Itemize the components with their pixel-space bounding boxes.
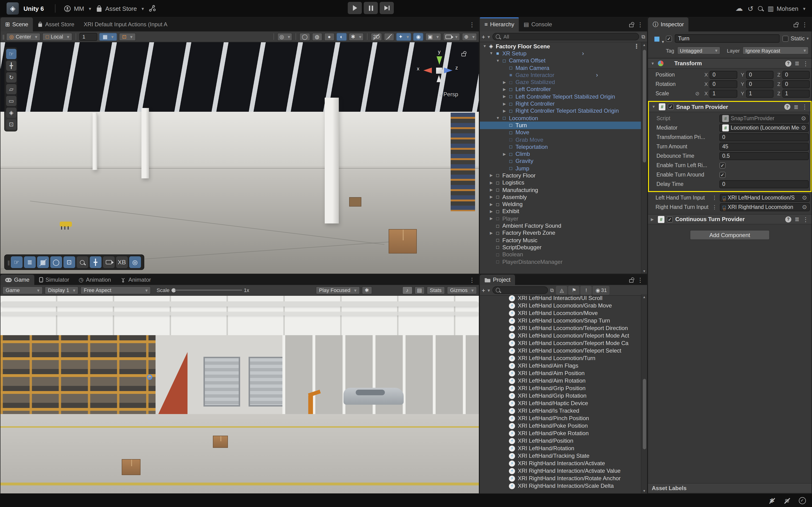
- project-item[interactable]: ⚡ XRI LeftHand/Aim Position: [509, 370, 647, 377]
- tab-simulator[interactable]: Simulator: [34, 275, 74, 285]
- lock-icon[interactable]: [629, 24, 633, 27]
- hierarchy-item[interactable]: ▶ □ Gaze Stabilized: [480, 78, 647, 86]
- expand-arrow[interactable]: ▶: [488, 231, 494, 235]
- tool-pivot-dropdown[interactable]: ◎ Center: [6, 33, 40, 41]
- add-component-button[interactable]: Add Component: [690, 230, 770, 240]
- help-icon[interactable]: ?: [784, 104, 791, 110]
- project-item[interactable]: ⚡ XRI LeftHand Locomotion/Move: [509, 309, 647, 317]
- tab-hierarchy[interactable]: ≡ Hierarchy: [480, 17, 519, 32]
- hierarchy-item[interactable]: ▶ □ Welding: [480, 201, 647, 208]
- debugger-disabled-icon[interactable]: ✱: [767, 495, 777, 506]
- open-new-window-icon[interactable]: ⧉: [550, 287, 554, 293]
- presets-icon[interactable]: ≣: [795, 216, 799, 223]
- expand-arrow[interactable]: ▼: [495, 58, 501, 63]
- tab-input-actions[interactable]: XRI Default Input Actions (Input A: [79, 17, 172, 32]
- project-scrollbar[interactable]: ▲ ▼: [641, 294, 647, 493]
- open-new-window-icon[interactable]: ⧉: [642, 34, 645, 40]
- item-menu-icon[interactable]: ⋮: [633, 43, 640, 50]
- orientation-gizmo[interactable]: y x z: [418, 51, 460, 93]
- expand-arrow[interactable]: ▶: [501, 102, 507, 106]
- aspect-dropdown[interactable]: Free Aspect: [81, 286, 151, 294]
- filter-type-icon[interactable]: ◬: [556, 286, 567, 294]
- rotate-tool-button[interactable]: ↻: [6, 72, 16, 82]
- hierarchy-item[interactable]: □ Gravity: [480, 158, 647, 165]
- compass-overlay-button[interactable]: ◎: [129, 256, 141, 268]
- view-tool-button[interactable]: ☞: [6, 49, 16, 59]
- overlay-drag-handle[interactable]: ||: [7, 260, 9, 265]
- hierarchy-item[interactable]: ▶ □ Factory Floor: [480, 172, 647, 179]
- delay-time-field[interactable]: 0: [719, 180, 809, 188]
- camera-dropdown[interactable]: [443, 33, 460, 41]
- pane-menu-icon[interactable]: ⋮: [637, 21, 643, 28]
- left-hand-turn-input-field[interactable]: □{} XRI LeftHand Locomotion/S ⊙: [720, 194, 810, 202]
- object-picker-icon[interactable]: ⊙: [801, 115, 806, 122]
- project-item[interactable]: ⚡ XRI LeftHand/Position: [509, 437, 647, 445]
- debounce-time-field[interactable]: 0.5: [719, 152, 809, 160]
- enable-turn-around-checkbox[interactable]: ✓: [719, 172, 725, 178]
- project-item[interactable]: ⚡ XRI LeftHand/Haptic Device: [509, 399, 647, 407]
- projection-label[interactable]: ‹ Persp: [440, 91, 458, 98]
- hand-tool-button[interactable]: ☞: [11, 256, 22, 268]
- gizmos-dropdown[interactable]: ⊕: [462, 33, 477, 41]
- input-menu-icon[interactable]: ⋮: [712, 194, 718, 201]
- tab-inspector[interactable]: ⓘ Inspector: [648, 17, 689, 32]
- input-menu-icon[interactable]: ⋮: [712, 204, 718, 210]
- presets-icon[interactable]: ≣: [795, 60, 799, 67]
- pane-menu-icon[interactable]: ⋮: [802, 21, 808, 28]
- project-item[interactable]: ⚡ XRI LeftHand Locomotion/Grab Move: [509, 302, 647, 309]
- project-item[interactable]: ⚡ XRI LeftHand/Pinch Position: [509, 414, 647, 422]
- hierarchy-item[interactable]: □ Move: [480, 129, 647, 136]
- effects-dropdown[interactable]: ✦: [396, 33, 411, 41]
- project-item[interactable]: ⚡ XRI LeftHand/Poke Rotation: [509, 430, 647, 437]
- grid-size-field[interactable]: [80, 33, 98, 41]
- tool-space-dropdown[interactable]: □ Local: [43, 33, 72, 41]
- visible-count-badge[interactable]: ◉ 31: [593, 286, 610, 294]
- rect-tool-button[interactable]: ▭: [6, 96, 16, 106]
- tab-project[interactable]: Project: [480, 275, 515, 285]
- expand-arrow[interactable]: ▶: [488, 181, 494, 185]
- prefab-chevron-icon[interactable]: ›: [582, 50, 584, 57]
- cloud-icon[interactable]: ☁: [735, 5, 743, 12]
- project-item[interactable]: ⚡ XRI LeftHand Locomotion/Teleport Mode …: [509, 332, 647, 339]
- presets-icon[interactable]: ≣: [794, 104, 798, 110]
- transform-header[interactable]: ▼ Transform ? ≣ ⋮: [648, 58, 812, 68]
- shading-shaded-wire-button[interactable]: ◍: [312, 33, 322, 41]
- project-item[interactable]: ⚡ XRI LeftHand Locomotion/Teleport Mode …: [509, 339, 647, 347]
- help-icon[interactable]: ?: [785, 216, 791, 222]
- hierarchy-item[interactable]: □ Factory Music: [480, 237, 647, 244]
- hierarchy-item[interactable]: ▶ □ Assembly: [480, 193, 647, 201]
- active-checkbox[interactable]: ✓: [666, 36, 672, 42]
- hierarchy-item[interactable]: ▼ ■ XR Setup ›: [480, 50, 647, 57]
- grid-snap-button[interactable]: ▦: [99, 33, 117, 41]
- expand-arrow[interactable]: ▶: [501, 94, 507, 99]
- tag-dropdown[interactable]: Untagged: [677, 47, 720, 54]
- toolbar-drag-handle[interactable]: ||: [2, 34, 4, 40]
- mediator-object-field[interactable]: # Locomotion (Locomotion Med ⊙: [719, 124, 809, 132]
- hierarchy-item[interactable]: □ Boolean: [480, 251, 647, 258]
- project-search-input[interactable]: [502, 287, 544, 293]
- component-menu-icon[interactable]: ⋮: [803, 216, 809, 223]
- layout-user-menu[interactable]: ▥ Mohsen: [768, 5, 805, 12]
- filter-favorites-icon[interactable]: !: [580, 286, 592, 294]
- position-x-field[interactable]: 0: [710, 71, 737, 78]
- project-item[interactable]: ⚡ XRI LeftHand Locomotion/Teleport Selec…: [509, 347, 647, 354]
- expand-arrow[interactable]: ▶: [488, 173, 494, 178]
- hierarchy-search-input[interactable]: [502, 33, 636, 40]
- expand-arrow[interactable]: ▶: [501, 152, 507, 156]
- project-item[interactable]: ⚡ XRI RightHand Interaction/Activate Val…: [509, 467, 647, 474]
- pane-menu-icon[interactable]: ⋮: [637, 276, 643, 283]
- project-search[interactable]: [492, 286, 548, 294]
- hierarchy-item[interactable]: ▶ □ Factory Reverb Zone: [480, 229, 647, 237]
- create-object-button[interactable]: +: [481, 33, 490, 40]
- hierarchy-item[interactable]: ▶ □ Left Controller: [480, 86, 647, 93]
- enable-turn-left-right-checkbox[interactable]: ✓: [719, 162, 725, 168]
- pane-menu-icon[interactable]: ⋮: [469, 21, 475, 28]
- pane-menu-icon[interactable]: ⋮: [469, 276, 475, 283]
- hierarchy-item[interactable]: ▼ ◈ Factory Floor Scene ⋮: [480, 43, 647, 50]
- component-menu-icon[interactable]: ⋮: [802, 103, 808, 110]
- transform-tool-button[interactable]: ◈: [6, 108, 16, 118]
- project-item[interactable]: ⚡ XRI LeftHand Locomotion/Teleport Direc…: [509, 324, 647, 332]
- hierarchy-item[interactable]: □ Main Camera: [480, 64, 647, 72]
- hierarchy-scrollbar[interactable]: ▲ ▼: [641, 42, 647, 274]
- filter-label-icon[interactable]: ⚑: [568, 286, 579, 294]
